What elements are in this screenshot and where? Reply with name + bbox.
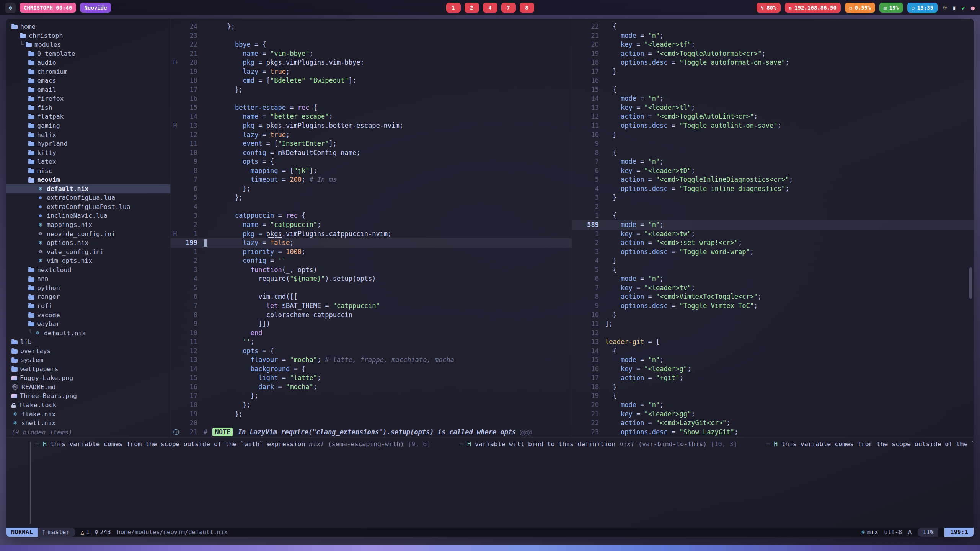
code-line-11[interactable]: 11 event = ["InsertEnter"]; <box>171 139 572 148</box>
tree-file-neovide_config.ini[interactable]: ☸neovide_config.ini <box>6 230 170 239</box>
code-line-20[interactable]: 20 key = "<leader>tf"; <box>572 40 974 49</box>
code-line-3[interactable]: 3 catppuccin = rec { <box>171 211 572 220</box>
code-line-6[interactable]: 6 mode = "n"; <box>572 274 974 284</box>
workspace-1[interactable]: 1 <box>446 3 461 13</box>
code-line-15[interactable]: 15 mode = "n"; <box>572 355 974 365</box>
code-line-14[interactable]: 14 { <box>572 347 974 356</box>
tree-file-vim_opts.nix[interactable]: ❄vim_opts.nix <box>6 256 170 266</box>
code-line-9[interactable]: 9 <box>572 139 974 148</box>
code-line-7[interactable]: 7 key = "<leader>tv"; <box>572 284 974 293</box>
code-line-13[interactable]: 13 key = "<leader>tl"; <box>572 103 974 112</box>
code-line-3[interactable]: 3 function(_, opts) <box>171 266 572 275</box>
tree-folder-audio[interactable]: audio <box>6 58 170 67</box>
tree-folder-vscode[interactable]: vscode <box>6 311 170 320</box>
code-line-6[interactable]: 6 key = "<leader>tD"; <box>572 166 974 176</box>
code-line-10[interactable]: 10 end <box>171 329 572 338</box>
code-line-22[interactable]: 22 bbye = { <box>171 40 572 49</box>
code-line-16[interactable]: 16 <box>572 76 974 85</box>
code-line-16[interactable]: 16 key = "<leader>g"; <box>572 365 974 374</box>
clock-badge[interactable]: ◷13:35 <box>907 3 938 13</box>
code-line-18[interactable]: 18 cmd = ["Bdelete" "Bwipeout"]; <box>171 76 572 85</box>
tree-folder-rofi[interactable]: rofi <box>6 302 170 311</box>
code-line-3[interactable]: 3 } <box>572 193 974 202</box>
tree-folder-kitty[interactable]: kitty <box>6 148 170 158</box>
code-line-16[interactable]: 16 dark = "mocha"; <box>171 383 572 392</box>
tree-folder-chromium[interactable]: chromium <box>6 67 170 77</box>
cpu-badge[interactable]: ◔0.59% <box>845 3 875 13</box>
code-line-13[interactable]: 13 flavour = "mocha"; # latte, frappe, m… <box>171 355 572 365</box>
tree-folder-lib[interactable]: lib <box>6 337 170 347</box>
code-line-1[interactable]: 1 key = "<leader>tw"; <box>572 230 974 239</box>
code-line-12[interactable]: 12 <box>572 329 974 338</box>
code-line-8[interactable]: 8 colorscheme catppuccin <box>171 311 572 320</box>
code-line-16[interactable]: 16 <box>171 94 572 103</box>
tree-folder-misc[interactable]: misc <box>6 166 170 176</box>
code-line-1[interactable]: 1 priority = 1000; <box>171 248 572 257</box>
code-line-6[interactable]: 6 vim.cmd([[ <box>171 292 572 302</box>
tree-file-inclineNavic.lua[interactable]: ●inclineNavic.lua <box>6 211 170 220</box>
status-check-icon[interactable]: ✔ <box>962 4 965 11</box>
network-badge[interactable]: ⇅192.168.86.50 <box>785 3 841 13</box>
code-line-9[interactable]: 9 opts = { <box>171 157 572 166</box>
tree-folder-system[interactable]: system <box>6 355 170 365</box>
tree-file-shell.nix[interactable]: ❄shell.nix <box>6 419 170 428</box>
workspace-4[interactable]: 4 <box>483 3 497 13</box>
tree-folder-home[interactable]: home <box>6 22 170 31</box>
code-line-8[interactable]: 8 mapping = ["jk"]; <box>171 166 572 176</box>
code-line-14[interactable]: 14 mode = "n"; <box>572 94 974 103</box>
tree-folder-email[interactable]: email <box>6 85 170 95</box>
idle-inhibitor-icon[interactable]: ☼ <box>943 4 947 11</box>
code-line-11[interactable]: 11 options.desc = "Toggle autolint-on-sa… <box>572 121 974 130</box>
tree-folder-0_template[interactable]: 0_template <box>6 49 170 59</box>
code-line-4[interactable]: 4 } <box>572 256 974 266</box>
code-line-23[interactable]: 23 <box>171 31 572 41</box>
notification-icon[interactable]: ● <box>971 4 975 11</box>
code-line-5[interactable]: 5 action = "<cmd>ToggleInlineDiagnostics… <box>572 175 974 184</box>
tree-file-vale_config.ini[interactable]: ☸vale_config.ini <box>6 248 170 257</box>
code-line-3[interactable]: 3 options.desc = "Toggle word-wrap"; <box>572 248 974 257</box>
code-line-14[interactable]: 14 name = "better_escape"; <box>171 112 572 121</box>
tree-file-Foggy-Lake.png[interactable]: Foggy-Lake.png <box>6 373 170 383</box>
tree-folder-modules[interactable]: └modules <box>6 40 170 49</box>
code-line-7[interactable]: 7 let $BAT_THEME = "catppuccin" <box>171 302 572 311</box>
tree-file-extraConfigLua.lua[interactable]: ●extraConfigLua.lua <box>6 193 170 202</box>
code-line-21[interactable]: 21 mode = "n"; <box>572 31 974 41</box>
tree-file-flake.lock[interactable]: flake.lock <box>6 401 170 410</box>
tree-file-flake.nix[interactable]: ❄flake.nix <box>6 410 170 419</box>
code-line-589[interactable]: 589 mode = "n"; <box>572 220 974 230</box>
tree-file-default.nix[interactable]: └❄default.nix <box>6 329 170 338</box>
tree-folder-flatpak[interactable]: flatpak <box>6 112 170 121</box>
diagnostic-item[interactable]: ─ H this variable comes from the scope o… <box>737 440 974 448</box>
code-line-21[interactable]: 21 key = "<leader>gg"; <box>572 410 974 419</box>
code-line-4[interactable]: 4 <box>171 202 572 212</box>
tree-folder-nextcloud[interactable]: nextcloud <box>6 266 170 275</box>
tree-folder-gaming[interactable]: gaming <box>6 121 170 130</box>
launcher-icon[interactable]: ❄ <box>5 3 16 13</box>
code-line-10[interactable]: 10 config = mkDefaultConfig name; <box>171 148 572 158</box>
code-line-17[interactable]: 17 }; <box>171 391 572 401</box>
memory-badge[interactable]: ▥19% <box>879 3 903 13</box>
code-line-19[interactable]: 19 action = "<cmd>ToggleAutoformat<cr>"; <box>572 49 974 59</box>
tree-file-default.nix[interactable]: ❄default.nix <box>6 184 170 194</box>
code-line-21[interactable]: 21 name = "vim-bbye"; <box>171 49 572 59</box>
code-line-5[interactable]: 5 }; <box>171 193 572 202</box>
code-line-15[interactable]: 15 light = "latte"; <box>171 373 572 383</box>
code-line-17[interactable]: 17 action = "+git"; <box>572 373 974 383</box>
code-line-1[interactable]: 1 { <box>572 211 974 220</box>
code-line-2[interactable]: 2 <box>572 202 974 212</box>
tree-folder-python[interactable]: python <box>6 284 170 293</box>
code-line-8[interactable]: 8 action = "<cmd>VimtexTocToggle<cr>"; <box>572 292 974 302</box>
code-line-9[interactable]: 9 ]]) <box>171 320 572 329</box>
battery-level-icon[interactable]: ▮ <box>952 4 956 11</box>
code-line-11[interactable]: 11]; <box>572 320 974 329</box>
tree-folder-christoph[interactable]: christoph <box>6 31 170 41</box>
code-line-20[interactable]: H20 pkg = pkgs.vimPlugins.vim-bbye; <box>171 58 572 67</box>
code-line-7[interactable]: 7 timeout = 200; # In ms <box>171 175 572 184</box>
workspace-2[interactable]: 2 <box>465 3 479 13</box>
tree-file-README.md[interactable]: ⓂREADME.md <box>6 383 170 392</box>
tree-file-mappings.nix[interactable]: ❄mappings.nix <box>6 220 170 230</box>
diagnostic-item[interactable]: ─ H variable will bind to this definitio… <box>430 440 737 448</box>
scrollbar-thumb[interactable] <box>969 267 972 299</box>
tree-folder-helix[interactable]: helix <box>6 130 170 140</box>
code-line-12[interactable]: 12 opts = { <box>171 347 572 356</box>
